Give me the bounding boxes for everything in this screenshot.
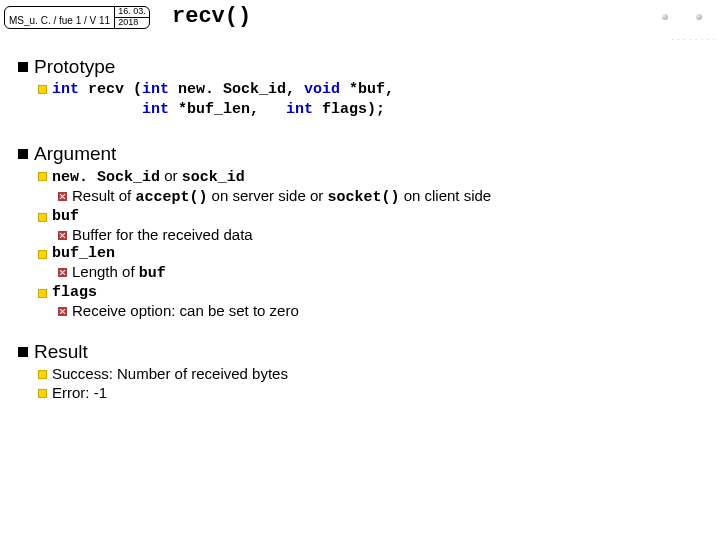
arg-newsockid: new. Sock_id or sock_id: [38, 167, 700, 186]
date-bottom: 2018: [115, 18, 149, 28]
bullet-square-icon: [18, 347, 28, 357]
result-text: Success: Number of received bytes: [52, 365, 288, 382]
corner-dots: [662, 14, 702, 20]
result-success: Success: Number of received bytes: [38, 365, 700, 382]
slide-meta-box: MS_u. C. / fue 1 / V 11 16. 03. 2018: [4, 6, 150, 29]
bullet-x-icon: [58, 231, 67, 240]
prototype-signature: int recv (int new. Sock_id, void *buf, i…: [38, 80, 700, 121]
bullet-yellow-icon: [38, 85, 47, 94]
slide-date: 16. 03. 2018: [114, 7, 149, 28]
slide-body: Prototype int recv (int new. Sock_id, vo…: [18, 56, 700, 401]
decorative-marks: · · · · · · · ·: [672, 36, 716, 43]
bullet-square-icon: [18, 149, 28, 159]
bullet-square-icon: [18, 62, 28, 72]
section-heading: Argument: [34, 143, 116, 165]
arg-buf-desc: Buffer for the received data: [58, 226, 700, 243]
arg-flags: flags: [38, 284, 700, 301]
arg-buflen: buf_len: [38, 245, 700, 262]
dot-icon: [662, 14, 668, 20]
slide-title: recv(): [172, 4, 251, 29]
bullet-x-icon: [58, 268, 67, 277]
arg-buflen-desc: Length of buf: [58, 263, 700, 282]
arg-flags-desc: Receive option: can be set to zero: [58, 302, 700, 319]
arg-label: new. Sock_id or sock_id: [52, 167, 245, 186]
arg-label: buf: [52, 208, 79, 225]
bullet-yellow-icon: [38, 389, 47, 398]
result-error: Error: -1: [38, 384, 700, 401]
arg-newsockid-desc: Result of accept() on server side or soc…: [58, 187, 700, 206]
arg-desc: Result of accept() on server side or soc…: [72, 187, 491, 206]
arg-desc: Length of buf: [72, 263, 166, 282]
section-heading: Prototype: [34, 56, 115, 78]
result-text: Error: -1: [52, 384, 107, 401]
section-argument: Argument: [18, 143, 700, 165]
dot-icon: [696, 14, 702, 20]
arg-label: flags: [52, 284, 97, 301]
section-heading: Result: [34, 341, 88, 363]
bullet-yellow-icon: [38, 370, 47, 379]
bullet-yellow-icon: [38, 289, 47, 298]
code-signature: int recv (int new. Sock_id, void *buf, i…: [52, 80, 394, 121]
section-prototype: Prototype: [18, 56, 700, 78]
bullet-yellow-icon: [38, 213, 47, 222]
section-result: Result: [18, 341, 700, 363]
arg-buf: buf: [38, 208, 700, 225]
bullet-x-icon: [58, 192, 67, 201]
bullet-x-icon: [58, 307, 67, 316]
arg-desc: Buffer for the received data: [72, 226, 253, 243]
bullet-yellow-icon: [38, 172, 47, 181]
bullet-yellow-icon: [38, 250, 47, 259]
arg-desc: Receive option: can be set to zero: [72, 302, 299, 319]
course-label: MS_u. C. / fue 1 / V 11: [5, 7, 114, 28]
arg-label: buf_len: [52, 245, 115, 262]
